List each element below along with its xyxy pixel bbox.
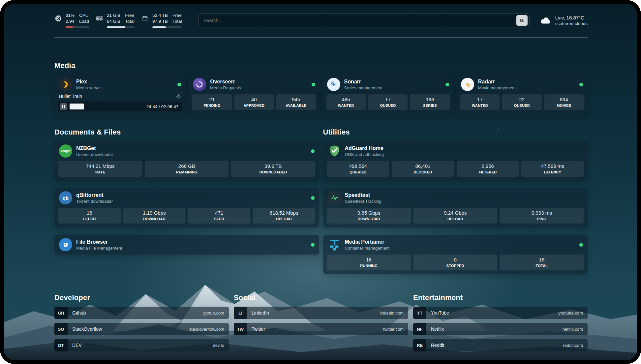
plex-card[interactable]: Plex Media server Bullet Train	[54, 75, 186, 115]
status-dot	[445, 83, 449, 86]
status-dot	[579, 243, 583, 247]
app-description: Series management	[344, 85, 442, 90]
adguard-card[interactable]: AdGuard Home DNS and adblocking 498,564 …	[323, 141, 588, 181]
ram-icon	[96, 15, 104, 22]
cpu-labels: CPULoad	[79, 13, 89, 24]
portainer-card[interactable]: Media Portainer Container management 16 …	[323, 235, 588, 274]
stat-rate: 744.21 Mbps RATE	[58, 161, 142, 177]
stat-queued: 22 QUEUED	[502, 94, 541, 110]
section-title-social: Social	[234, 293, 408, 302]
qbittorrent-card[interactable]: qb qBittorrent Torrent downloader	[54, 188, 319, 228]
section-title-utilities: Utilities	[323, 128, 588, 136]
stat-remaining: 266 GB REMAINING	[145, 161, 229, 177]
speedtest-card[interactable]: Speedtest Speedtest Tracking 9.65 Gbps D…	[323, 188, 588, 228]
twitter-icon: TW	[234, 323, 247, 335]
memory-values: 21 GiB64 GiB	[107, 13, 120, 24]
stat-leech: 16 LEECH	[58, 208, 121, 224]
playback-progress-fill	[70, 104, 84, 109]
stat-running: 16 RUNNING	[327, 255, 411, 270]
app-description: DNS and adblocking	[345, 152, 583, 157]
overseerr-card[interactable]: Overseerr Media Requests 21 PENDING	[188, 75, 320, 115]
dashboard-screen: 31%2.94 CPULoad	[4, 4, 637, 360]
search-engine-button[interactable]: G	[516, 15, 528, 26]
app-description: Speedtest Tracking	[345, 199, 583, 204]
bookmarks-entertainment: Entertainment YT YouTube youtube.com NF …	[413, 293, 588, 351]
playback-time: 24:44 / 02:06:47	[146, 104, 178, 109]
sonarr-card[interactable]: Sonarr Series management 485 WANTED	[322, 75, 454, 115]
app-name: Overseerr	[210, 79, 307, 85]
stat-blocked: 86,401 BLOCKED	[392, 161, 454, 177]
weather-location: Lviv, 16.87°C	[555, 15, 588, 20]
dev-icon: DT	[54, 339, 68, 351]
sonarr-icon	[327, 78, 340, 91]
cloud-icon	[539, 15, 551, 25]
disk-values: 52.4 TB97.9 TB	[152, 13, 168, 24]
plex-now-playing-row: Bullet Train	[54, 94, 186, 99]
app-description: Media File Management	[76, 246, 307, 251]
bookmark-reddit[interactable]: RE Reddit reddit.com	[413, 339, 588, 351]
stat-download: 1.19 Gbps DOWNLOAD	[123, 208, 186, 224]
overseerr-icon	[193, 78, 206, 91]
bookmark-twitter[interactable]: TW Twitter twitter.com	[234, 323, 408, 335]
disk-labels: FreeTotal	[172, 13, 182, 24]
weather-text: Lviv, 16.87°C scattered clouds	[555, 15, 588, 26]
playback-progress-track[interactable]	[70, 104, 143, 109]
bookmark-netflix[interactable]: NF Netflix netflix.com	[413, 323, 588, 335]
search-input[interactable]	[203, 18, 516, 23]
section-documents: Documents & Files nzbget NZBGet Usenet d…	[54, 128, 319, 274]
cpu-widget: 31%2.94 CPULoad	[54, 13, 89, 28]
weather-widget: Lviv, 16.87°C scattered clouds	[539, 15, 588, 26]
now-playing-title: Bullet Train	[59, 94, 176, 99]
filebrowser-icon	[59, 238, 72, 251]
bookmark-youtube[interactable]: YT YouTube youtube.com	[413, 307, 588, 319]
status-dot	[311, 196, 315, 200]
section-title-media: Media	[54, 61, 588, 70]
stackoverflow-icon: SO	[54, 323, 68, 335]
section-media: Media Plex Media server	[54, 61, 588, 115]
portainer-icon	[328, 238, 341, 251]
memory-labels: FreeTotal	[125, 13, 135, 24]
section-title-developer: Developer	[54, 293, 229, 302]
app-name: Speedtest	[345, 192, 583, 198]
stat-approved: 40 APPROVED	[234, 94, 274, 110]
header-divider	[54, 37, 588, 38]
bookmark-github[interactable]: GH Github github.com	[54, 307, 229, 319]
stat-available: 945 AVAILABLE	[276, 94, 316, 110]
bookmark-stackoverflow[interactable]: SO StackOverflow stackoverflow.com	[54, 323, 229, 335]
memory-widget: 21 GiB64 GiB FreeTotal	[96, 13, 135, 28]
pause-button[interactable]	[60, 103, 67, 110]
nzbget-card[interactable]: nzbget NZBGet Usenet downloader	[54, 141, 319, 181]
radarr-card[interactable]: Radarr Movie management 17 WANTED 2	[456, 75, 588, 115]
gear-icon[interactable]	[176, 94, 181, 99]
stat-total: 16 TOTAL	[500, 255, 584, 270]
stat-queued: 17 QUEUED	[368, 94, 408, 110]
stat-queries: 498,564 QUERIES	[327, 161, 389, 177]
stat-upload: 618.52 Mbps UPLOAD	[253, 208, 315, 224]
stat-seed: 471 SEED	[188, 208, 250, 224]
adguard-icon	[328, 144, 341, 158]
bookmark-linkedin[interactable]: LI LinkedIn linkedin.com	[234, 307, 408, 319]
stat-upload: 9.24 Gbps UPLOAD	[413, 208, 497, 224]
plex-player-bar: 24:44 / 02:06:47	[58, 102, 182, 111]
plex-icon	[59, 78, 72, 91]
app-name: AdGuard Home	[345, 145, 583, 151]
section-title-documents: Documents & Files	[54, 128, 319, 136]
stat-series: 196 SERIES	[410, 94, 449, 110]
app-name: qBittorrent	[76, 192, 307, 198]
app-description: Torrent downloader	[76, 199, 307, 204]
section-title-entertainment: Entertainment	[413, 293, 588, 302]
app-name: Plex	[76, 79, 173, 85]
netflix-icon: NF	[413, 323, 426, 335]
app-description: Container management	[345, 246, 576, 251]
stat-stopped: 0 STOPPED	[413, 255, 497, 270]
app-name: Radarr	[478, 79, 575, 85]
stat-ping: 0.993 ms PING	[500, 208, 584, 224]
app-description: Usenet downloader	[76, 152, 307, 157]
device-frame: 31%2.94 CPULoad	[0, 0, 641, 364]
bookmark-dev[interactable]: DT DEV dev.to	[54, 339, 229, 351]
filebrowser-card[interactable]: File Browser Media File Management	[54, 235, 319, 255]
stat-movies: 834 MOVIES	[544, 94, 584, 110]
app-name: Sonarr	[344, 79, 442, 85]
stat-wanted: 485 WANTED	[326, 94, 366, 110]
stat-download: 9.65 Gbps DOWNLOAD	[327, 208, 411, 224]
